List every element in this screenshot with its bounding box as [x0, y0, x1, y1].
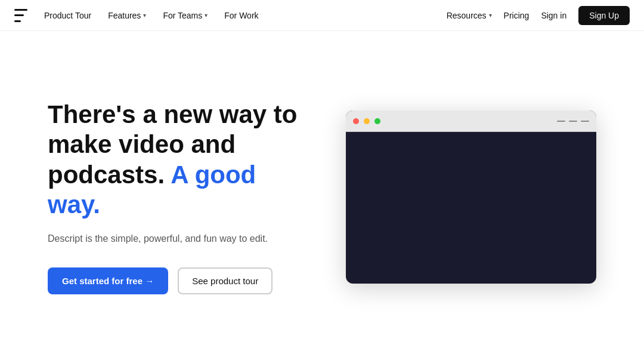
hero-content: There's a new way to make video and podc…	[48, 100, 310, 295]
nav-left: Product Tour Features ▾ For Teams ▾ For …	[14, 9, 259, 22]
nav-features[interactable]: Features ▾	[108, 11, 146, 20]
hero-video: Riptide Report	[346, 110, 596, 284]
hero-buttons: Get started for free → See product tour	[48, 267, 310, 294]
teams-chevron-icon: ▾	[205, 12, 208, 19]
logo-icon	[14, 9, 27, 22]
nav-product-tour[interactable]: Product Tour	[44, 11, 91, 20]
nav-for-teams[interactable]: For Teams ▾	[163, 11, 208, 20]
hero-heading: There's a new way to make video and podc…	[48, 100, 310, 220]
hero-section: There's a new way to make video and podc…	[0, 31, 644, 363]
nav-right: Resources ▾ Pricing Sign in Sign Up	[447, 6, 630, 25]
window-maximize-dot	[374, 118, 380, 124]
window-minimize-dot	[364, 118, 370, 124]
signin-button[interactable]: Sign in	[541, 11, 566, 20]
hero-subtext: Descript is the simple, powerful, and fu…	[48, 232, 310, 246]
features-chevron-icon: ▾	[143, 12, 146, 19]
resources-chevron-icon: ▾	[489, 12, 492, 19]
window-close-dot	[353, 118, 359, 124]
logo[interactable]	[14, 9, 27, 22]
nav-pricing[interactable]: Pricing	[504, 11, 530, 20]
toolbar-controls	[557, 121, 589, 122]
app-toolbar	[346, 110, 596, 132]
get-started-button[interactable]: Get started for free →	[48, 267, 168, 294]
navbar: Product Tour Features ▾ For Teams ▾ For …	[0, 0, 644, 31]
nav-for-work[interactable]: For Work	[224, 11, 258, 20]
product-tour-button[interactable]: See product tour	[178, 267, 273, 294]
signup-button[interactable]: Sign Up	[578, 6, 630, 25]
nav-resources[interactable]: Resources ▾	[447, 11, 492, 20]
